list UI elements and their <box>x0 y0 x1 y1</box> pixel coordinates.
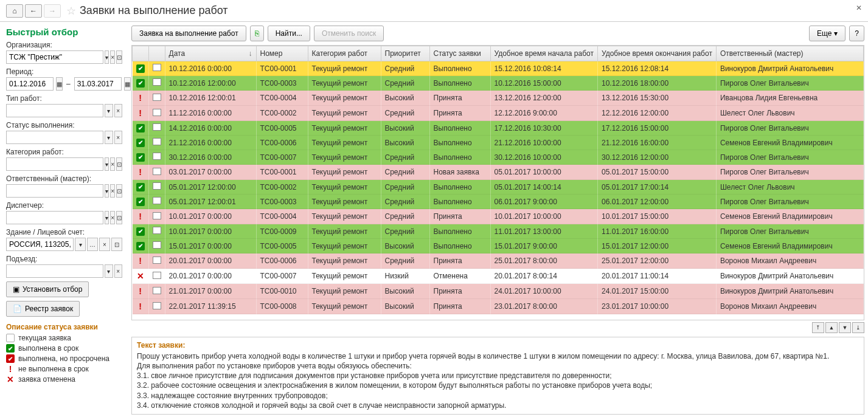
dispatcher-dropdown[interactable]: ▾ <box>105 211 109 224</box>
document-row-icon <box>153 138 161 145</box>
table-row[interactable]: !22.01.2017 11:39:15ТС00-0008Текущий рем… <box>133 299 864 314</box>
period-from-input[interactable] <box>6 77 54 91</box>
cell-category: Текущий ремонт <box>308 180 381 195</box>
entrance-input[interactable] <box>6 264 103 278</box>
more-button[interactable]: Еще ▾ <box>809 26 845 41</box>
table-row[interactable]: ✔10.12.2016 0:00:00ТС00-0001Текущий ремо… <box>133 61 864 76</box>
back-button[interactable]: ← <box>25 4 42 18</box>
table-row[interactable]: ✔10.01.2017 0:00:00ТС00-0009Текущий ремо… <box>133 224 864 239</box>
responsible-clear[interactable]: × <box>110 184 115 198</box>
cell-number: ТС00-0008 <box>256 299 308 314</box>
table-row[interactable]: !21.01.2017 0:00:00ТС00-0010Текущий ремо… <box>133 284 864 299</box>
table-row[interactable]: ✔21.12.2016 0:00:00ТС00-0006Текущий ремо… <box>133 136 864 150</box>
entrance-dropdown[interactable]: ▾ <box>105 264 113 278</box>
legend-overdue-label: не выполнена в срок <box>18 365 89 373</box>
status-input[interactable] <box>6 131 103 144</box>
close-button[interactable]: ✕ <box>856 4 862 12</box>
registry-button[interactable]: 📄Реестр заявок <box>6 301 80 317</box>
col-priority[interactable]: Приоритет <box>381 46 429 61</box>
nav-top[interactable]: ⤒ <box>812 322 824 333</box>
work-type-input[interactable] <box>6 104 103 117</box>
nav-down[interactable]: ▼ <box>839 322 851 333</box>
calendar-from-icon[interactable]: ▦ <box>56 77 63 91</box>
col-doc-icon[interactable] <box>148 46 165 61</box>
responsible-input[interactable] <box>6 184 103 198</box>
favorite-star-icon[interactable]: ☆ <box>66 4 76 18</box>
table-row[interactable]: ✔05.01.2017 12:00:01ТС00-0003Текущий рем… <box>133 195 864 209</box>
responsible-open[interactable]: ⊡ <box>116 184 122 198</box>
entrance-clear[interactable]: × <box>114 264 123 278</box>
table-row[interactable]: !03.01.2017 0:00:00ТС00-0001Текущий ремо… <box>133 165 864 180</box>
work-type-dropdown[interactable]: ▾ <box>105 104 113 117</box>
category-input[interactable] <box>6 157 103 171</box>
cell-end: 05.01.2017 15:00:00 <box>597 165 716 180</box>
category-clear[interactable]: × <box>110 157 115 171</box>
cancel-search-button[interactable]: Отменить поиск <box>314 26 384 41</box>
category-open[interactable]: ⊡ <box>116 157 122 171</box>
org-clear[interactable]: × <box>110 50 115 64</box>
dispatcher-clear[interactable]: × <box>110 211 115 224</box>
work-type-clear[interactable]: × <box>114 104 123 117</box>
cell-start: 06.01.2017 9:00:00 <box>490 195 597 209</box>
find-button[interactable]: Найти... <box>268 26 310 41</box>
dispatcher-input[interactable] <box>6 211 103 224</box>
building-clear[interactable]: × <box>99 238 110 251</box>
col-start[interactable]: Удобное время начала работ <box>490 46 597 61</box>
responsible-dropdown[interactable]: ▾ <box>105 184 109 198</box>
table-row[interactable]: ✔14.12.2016 0:00:00ТС00-0005Текущий ремо… <box>133 121 864 136</box>
date-separator: – <box>65 80 72 88</box>
col-status[interactable]: Статус заявки <box>429 46 490 61</box>
status-dropdown[interactable]: ▾ <box>105 131 113 144</box>
cell-status: Принята <box>429 91 490 106</box>
document-row-icon <box>153 109 161 116</box>
col-date[interactable]: Дата↓ <box>165 46 256 61</box>
col-responsible[interactable]: Ответственный (мастер) <box>716 46 863 61</box>
cell-responsible: Семенов Евгений Владимирович <box>716 136 863 150</box>
cell-number: ТС00-0005 <box>256 121 308 136</box>
forward-button[interactable]: → <box>44 4 61 18</box>
cell-status: Новая заявка <box>429 165 490 180</box>
table-row[interactable]: ✔10.12.2016 12:00:00ТС00-0003Текущий рем… <box>133 76 864 91</box>
check-icon: ✔ <box>136 64 145 73</box>
table-row[interactable]: !20.01.2017 0:00:00ТС00-0006Текущий ремо… <box>133 253 864 269</box>
col-number[interactable]: Номер <box>256 46 308 61</box>
table-row[interactable]: ✔05.01.2017 12:00:00ТС00-0002Текущий рем… <box>133 180 864 195</box>
request-text-line: 3.4. отключение стояков холодной и горяч… <box>137 401 859 410</box>
category-dropdown[interactable]: ▾ <box>105 157 109 171</box>
period-to-input[interactable] <box>74 77 122 91</box>
nav-up[interactable]: ▲ <box>825 322 838 333</box>
nav-bottom[interactable]: ⤓ <box>852 322 864 333</box>
building-open[interactable]: ⊡ <box>111 238 122 251</box>
create-request-button[interactable]: Заявка на выполнение работ <box>131 26 246 41</box>
col-end[interactable]: Удобное время окончания работ <box>597 46 716 61</box>
building-input[interactable] <box>6 238 74 251</box>
create-copy-button[interactable]: ⎘ <box>250 26 264 41</box>
dispatcher-open[interactable]: ⊡ <box>116 211 122 224</box>
table-row[interactable]: ✔30.12.2016 0:00:00ТС00-0007Текущий ремо… <box>133 150 864 165</box>
cell-responsible: Семенов Евгений Владимирович <box>716 239 863 253</box>
building-ellipsis[interactable]: … <box>87 238 98 251</box>
help-button[interactable]: ? <box>849 26 864 41</box>
cell-priority: Высокий <box>381 239 429 253</box>
legend-late-label: выполнена, но просрочена <box>18 354 109 363</box>
table-row[interactable]: !10.01.2017 0:00:00ТС00-0004Текущий ремо… <box>133 209 864 224</box>
status-clear[interactable]: × <box>114 131 123 144</box>
apply-filter-button[interactable]: ▣Установить отбор <box>6 281 89 297</box>
cell-end: 13.12.2016 15:30:00 <box>597 91 716 106</box>
col-category[interactable]: Категория работ <box>308 46 381 61</box>
cell-number: ТС00-0001 <box>256 61 308 76</box>
org-open[interactable]: ⊡ <box>116 50 122 64</box>
table-row[interactable]: ✕20.01.2017 0:00:00ТС00-0007Текущий ремо… <box>133 269 864 284</box>
home-button[interactable]: ⌂ <box>6 4 23 18</box>
org-dropdown[interactable]: ▾ <box>105 50 109 64</box>
cell-start: 10.12.2016 15:00:00 <box>490 76 597 91</box>
table-row[interactable]: !11.12.2016 0:00:00ТС00-0002Текущий ремо… <box>133 106 864 121</box>
building-dropdown[interactable]: ▾ <box>75 238 86 251</box>
quick-filter-title: Быстрый отбор <box>6 27 122 37</box>
org-input[interactable] <box>6 50 103 64</box>
legend-done-label: выполнена в срок <box>18 344 78 353</box>
table-row[interactable]: !10.12.2016 12:00:01ТС00-0004Текущий рем… <box>133 91 864 106</box>
table-row[interactable]: ✔15.01.2017 0:00:00ТС00-0005Текущий ремо… <box>133 239 864 253</box>
cell-responsible: Пирогов Олег Витальевич <box>716 76 863 91</box>
col-status-icon[interactable] <box>133 46 149 61</box>
